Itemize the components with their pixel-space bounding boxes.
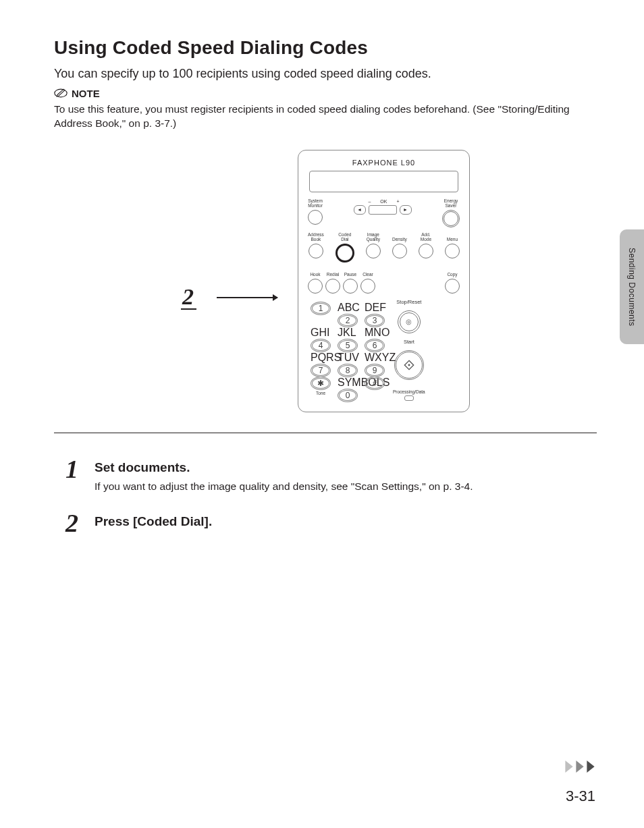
step-1-desc-pre: If you want to adjust the image quality … [95, 480, 354, 492]
step-1: 1 Set documents. If you want to adjust t… [54, 456, 597, 493]
key-3[interactable]: 3 [365, 314, 385, 327]
svg-point-1 [408, 364, 410, 366]
copy-button[interactable] [445, 279, 460, 294]
row-function-1: Address Book Coded Dial Image Quality De… [308, 233, 460, 263]
section-intro: You can specify up to 100 recipients usi… [54, 67, 597, 81]
note-row: NOTE [54, 86, 597, 100]
label-add-mode: Add. Mode [421, 233, 431, 242]
pause-button[interactable] [343, 279, 358, 294]
redial-button[interactable] [325, 279, 340, 294]
key-9[interactable]: 9 [365, 364, 385, 377]
step-1-desc-post: ," on p. 3-4. [419, 480, 473, 492]
label-minus: – [368, 199, 371, 204]
key-6[interactable]: 6 [365, 339, 385, 352]
step-1-title: Set documents. [95, 460, 473, 475]
key-1[interactable]: 1 [311, 302, 331, 315]
clear-button[interactable] [360, 279, 375, 294]
label-start: Start [404, 339, 414, 345]
image-quality-button[interactable] [366, 244, 381, 258]
step-1-number: 1 [54, 456, 78, 493]
key-6-letters: MNO [365, 327, 390, 338]
hook-button[interactable] [308, 279, 323, 294]
label-image-quality: Image Quality [367, 233, 380, 242]
page: Using Coded Speed Dialing Codes You can … [0, 0, 644, 828]
device-lcd [309, 171, 458, 192]
figure-callout-arrow [217, 297, 277, 298]
label-copy: Copy [447, 268, 457, 277]
key-0[interactable]: 0 [338, 389, 358, 402]
label-system-monitor: System Monitor [308, 199, 323, 209]
label-redial: Redial [327, 268, 339, 277]
key-2-letters: ABC [338, 302, 360, 313]
stop-reset-button[interactable]: ◎ [398, 310, 421, 333]
label-clear: Clear [363, 268, 373, 277]
right-arrow-button[interactable]: ► [400, 205, 412, 215]
dialpad: 1 ABC2 DEF3 GHI4 JKL5 MNO6 PQRS7 TUV8 WX… [311, 302, 385, 397]
label-pause: Pause [344, 268, 356, 277]
key-3-letters: DEF [365, 302, 386, 313]
ok-button[interactable] [369, 205, 397, 215]
device-figure: 2 FAXPHONE L90 System Monitor – OK + [54, 150, 597, 412]
label-menu: Menu [447, 233, 458, 242]
menu-button[interactable] [445, 244, 460, 258]
label-density: Density [392, 233, 407, 242]
key-5[interactable]: 5 [338, 339, 358, 352]
step-2-title: Press [Coded Dial]. [95, 514, 212, 529]
page-number: 3-31 [566, 788, 595, 805]
density-button[interactable] [392, 244, 407, 258]
label-stop-reset: Stop/Reset [396, 299, 421, 305]
figure-callout-number: 2 [181, 285, 196, 310]
label-tone: Tone [311, 391, 331, 396]
key-5-letters: JKL [338, 327, 356, 338]
label-coded-dial: Coded Dial [338, 233, 351, 242]
device-title: FAXPHONE L90 [306, 159, 461, 167]
key-9-letters: WXYZ [365, 352, 396, 363]
device-panel: FAXPHONE L90 System Monitor – OK + [298, 150, 470, 412]
key-7[interactable]: 7 [311, 364, 331, 377]
start-button[interactable] [394, 350, 424, 380]
note-text-post: ," on p. 3-7.) [119, 117, 177, 129]
key-8[interactable]: 8 [338, 364, 358, 377]
chapter-side-tab: Sending Documents [620, 229, 644, 344]
address-book-button[interactable] [308, 244, 323, 258]
step-1-desc: If you want to adjust the image quality … [95, 480, 473, 493]
dialpad-area: 1 ABC2 DEF3 GHI4 JKL5 MNO6 PQRS7 TUV8 WX… [306, 299, 461, 401]
key-4[interactable]: 4 [311, 339, 331, 352]
label-plus: + [396, 199, 399, 204]
label-ok: OK [380, 199, 387, 204]
key-4-letters: GHI [311, 327, 329, 338]
pencil-icon [54, 86, 68, 100]
note-text-pre: To use this feature, you must register r… [54, 103, 502, 115]
energy-saver-button[interactable] [442, 210, 460, 227]
label-hook: Hook [310, 268, 320, 277]
left-arrow-button[interactable]: ◄ [354, 205, 366, 215]
add-mode-button[interactable] [419, 244, 433, 258]
key-8-letters: TUV [338, 352, 359, 363]
row-top: System Monitor – OK + ◄ ► [308, 199, 460, 227]
chapter-side-tab-label: Sending Documents [627, 248, 637, 327]
key-star[interactable]: ✱ [311, 377, 331, 390]
note-text: To use this feature, you must register r… [54, 103, 597, 131]
coded-dial-button[interactable] [336, 244, 354, 263]
page-footer: 3-31 [54, 761, 595, 805]
key-7-letters: PQRS [311, 352, 341, 363]
section-heading: Using Coded Speed Dialing Codes [54, 37, 597, 59]
label-processing: Processing/Data [393, 389, 425, 394]
note-label: NOTE [72, 88, 100, 99]
section-divider [54, 433, 597, 433]
system-monitor-button[interactable] [308, 210, 323, 225]
label-energy-saver: Energy Saver [444, 199, 458, 209]
step-2: 2 Press [Coded Dial]. [54, 510, 597, 536]
key-2[interactable]: 2 [338, 314, 358, 327]
label-address-book: Address Book [308, 233, 324, 242]
step-2-number: 2 [54, 510, 78, 536]
row-function-2: Hook Redial Pause Clear Copy [308, 268, 460, 294]
processing-led [404, 395, 414, 401]
key-hash[interactable]: # [365, 377, 385, 390]
continue-arrows-icon [564, 761, 595, 773]
step-1-link[interactable]: Scan Settings [354, 480, 419, 492]
